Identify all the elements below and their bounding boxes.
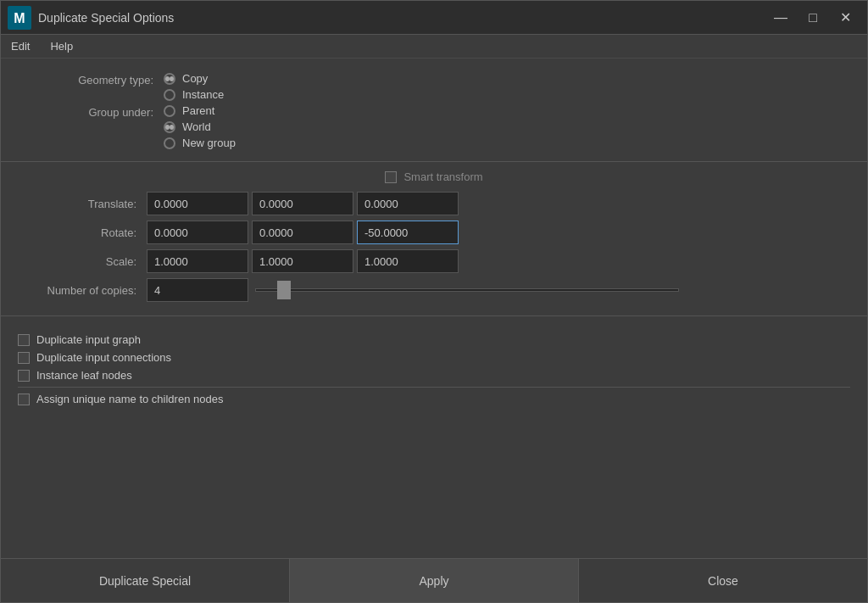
scale-y[interactable]	[252, 249, 353, 273]
translate-inputs	[147, 192, 459, 215]
rotate-label: Rotate:	[1, 226, 136, 239]
scale-row: Scale:	[1, 249, 867, 273]
close-button[interactable]: Close	[579, 559, 867, 602]
smart-transform-checkbox[interactable]	[385, 171, 397, 183]
copies-slider-thumb[interactable]	[277, 281, 291, 299]
cb-instance-leaf-nodes-box[interactable]	[18, 370, 30, 382]
radio-parent-label: Parent	[182, 104, 214, 117]
translate-y[interactable]	[252, 192, 353, 215]
divider-1	[1, 161, 867, 162]
rotate-y[interactable]	[252, 221, 353, 244]
rotate-z[interactable]	[357, 221, 459, 244]
translate-row: Translate:	[1, 192, 867, 215]
scale-x[interactable]	[147, 249, 248, 273]
scale-z[interactable]	[357, 249, 459, 273]
translate-z[interactable]	[357, 192, 459, 215]
cb-instance-leaf-nodes[interactable]: Instance leaf nodes	[18, 369, 850, 382]
radio-instance-btn[interactable]	[164, 89, 175, 101]
checkboxes-section: Duplicate input graph Duplicate input co…	[1, 325, 867, 419]
maximize-button[interactable]: □	[798, 4, 828, 31]
smart-transform-row: Smart transform	[1, 170, 867, 183]
menu-bar: Edit Help	[1, 35, 867, 59]
copies-input[interactable]	[147, 278, 248, 302]
close-window-button[interactable]: ✕	[830, 4, 860, 31]
copies-row: Number of copies:	[1, 278, 867, 302]
radio-world-btn[interactable]	[164, 121, 175, 133]
cb-assign-unique[interactable]: Assign unique name to children nodes	[18, 393, 850, 405]
app-logo: M	[8, 6, 31, 30]
main-window: M Duplicate Special Options — □ ✕ Edit H…	[0, 0, 868, 603]
radio-copy-btn[interactable]	[164, 73, 175, 85]
scale-label: Scale:	[1, 255, 136, 268]
radio-world-label: World	[182, 120, 211, 133]
radio-parent[interactable]: Parent	[164, 104, 236, 117]
radio-world[interactable]: World	[164, 120, 236, 133]
title-bar: M Duplicate Special Options — □ ✕	[1, 1, 867, 35]
minimize-button[interactable]: —	[765, 4, 796, 31]
group-under-section: Group under: Parent World New group	[1, 104, 867, 149]
window-title: Duplicate Special Options	[38, 11, 765, 25]
geometry-type-label: Geometry type:	[18, 72, 153, 101]
geometry-options: Copy Instance	[164, 72, 224, 101]
cb-duplicate-input-graph-label: Duplicate input graph	[36, 333, 141, 346]
scale-inputs	[147, 249, 459, 273]
content-area: Geometry type: Copy Instance Group under…	[1, 59, 867, 602]
group-under-label: Group under:	[18, 104, 153, 149]
cb-duplicate-input-connections-label: Duplicate input connections	[36, 351, 171, 364]
rotate-row: Rotate:	[1, 221, 867, 244]
apply-button[interactable]: Apply	[290, 559, 579, 602]
radio-parent-btn[interactable]	[164, 105, 175, 117]
radio-instance-label: Instance	[182, 88, 224, 101]
window-controls: — □ ✕	[765, 4, 860, 31]
radio-copy[interactable]: Copy	[164, 72, 224, 85]
svg-text:M: M	[14, 11, 25, 25]
divider-2	[1, 315, 867, 316]
bottom-buttons: Duplicate Special Apply Close	[1, 558, 867, 602]
translate-x[interactable]	[147, 192, 248, 215]
cb-duplicate-input-connections-box[interactable]	[18, 352, 30, 364]
cb-instance-leaf-nodes-label: Instance leaf nodes	[36, 369, 132, 382]
radio-new-group[interactable]: New group	[164, 137, 236, 149]
radio-new-group-btn[interactable]	[164, 137, 175, 149]
menu-help[interactable]: Help	[47, 38, 76, 54]
cb-assign-unique-box[interactable]	[18, 394, 30, 405]
copies-label: Number of copies:	[1, 284, 136, 297]
cb-assign-unique-label: Assign unique name to children nodes	[36, 393, 223, 405]
rotate-x[interactable]	[147, 221, 248, 244]
divider-3	[18, 387, 850, 388]
group-options: Parent World New group	[164, 104, 236, 149]
menu-edit[interactable]: Edit	[8, 38, 33, 54]
copies-slider-track	[255, 288, 679, 292]
duplicate-special-button[interactable]: Duplicate Special	[1, 559, 290, 602]
rotate-inputs	[147, 221, 459, 244]
radio-copy-label: Copy	[182, 72, 208, 85]
copies-slider-container	[255, 278, 679, 302]
cb-duplicate-input-graph[interactable]: Duplicate input graph	[18, 333, 850, 346]
radio-new-group-label: New group	[182, 137, 236, 149]
cb-duplicate-input-connections[interactable]: Duplicate input connections	[18, 351, 850, 364]
translate-label: Translate:	[1, 198, 136, 210]
smart-transform-label: Smart transform	[403, 170, 482, 183]
radio-instance[interactable]: Instance	[164, 88, 224, 101]
cb-duplicate-input-graph-box[interactable]	[18, 334, 30, 346]
geometry-type-section: Geometry type: Copy Instance	[1, 72, 867, 101]
